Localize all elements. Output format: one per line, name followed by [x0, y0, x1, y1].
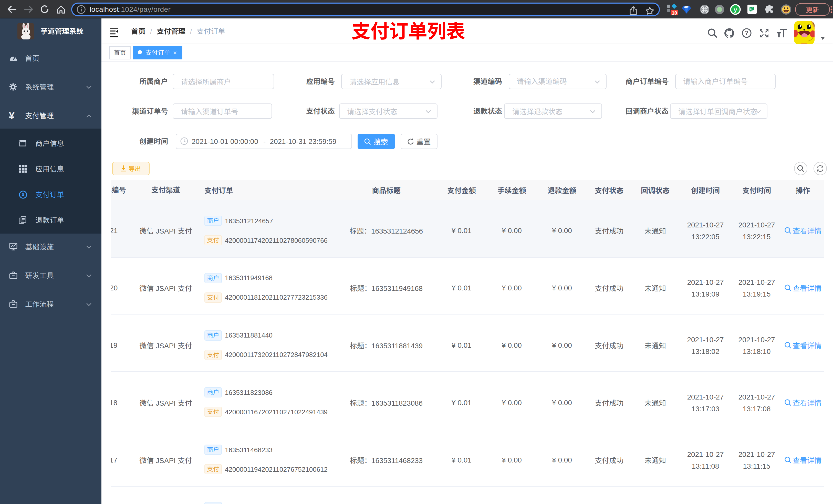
svg-text:10: 10 [672, 10, 677, 15]
svg-text:?: ? [745, 29, 748, 36]
svg-text:y: y [733, 6, 737, 13]
svg-text:¥: ¥ [22, 192, 25, 197]
